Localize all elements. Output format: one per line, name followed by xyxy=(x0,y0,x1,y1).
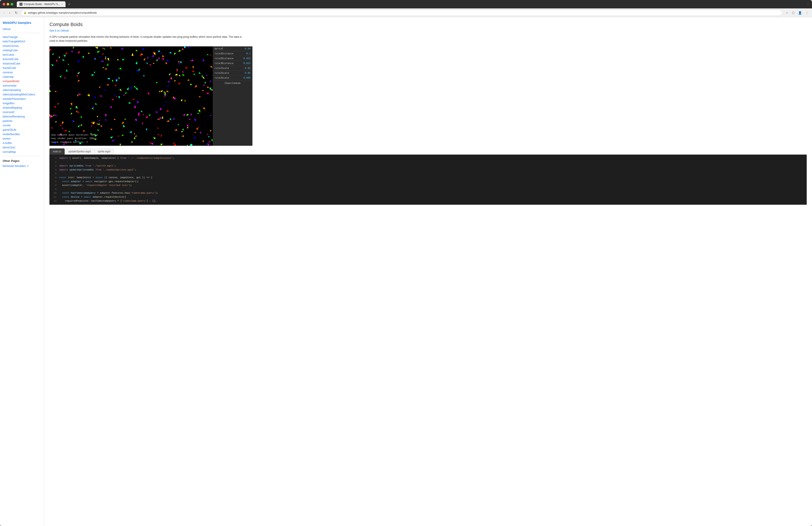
code-text: const init: SampleInit = async ({ canvas… xyxy=(59,176,153,180)
control-label: rule1Scale xyxy=(215,67,229,70)
sidebar-nav-item-normalmap[interactable]: normalMap xyxy=(3,150,41,154)
controls-panel: deltaT0.04rule1Distance0.1rule2Distance0… xyxy=(213,46,252,146)
code-line: 12 requiredFeatures: hasTimestampQuery ?… xyxy=(49,199,807,203)
profile-button[interactable]: 👤 xyxy=(797,10,803,15)
control-value: 0.02 xyxy=(245,67,251,70)
close-controls-button[interactable]: Close Controls xyxy=(213,80,252,86)
code-line: 9 xyxy=(49,187,807,191)
sidebar-nav-item-twocubes[interactable]: twoCubes xyxy=(3,53,41,57)
new-tab-button[interactable]: + xyxy=(67,1,72,7)
sidebar-nav-item-cornell[interactable]: cornell xyxy=(3,123,41,128)
control-row-rule2distance[interactable]: rule2Distance0.025 xyxy=(213,56,252,61)
code-text: import updateSpritesWGSL from './updateS… xyxy=(59,168,136,172)
sidebar-nav-item-videouploading[interactable]: videoUploading xyxy=(3,88,41,92)
sidebar-nav-item-deferredrendering[interactable]: deferredRendering xyxy=(3,114,41,119)
code-editor: 1import { assert, makeSample, SampleInit… xyxy=(49,155,807,205)
code-tab-updateSprites-wgsl[interactable]: updateSprites.wgsl xyxy=(65,148,94,155)
lock-icon: 🔒 xyxy=(24,11,27,14)
sidebar-nav-item-texturedcube[interactable]: texturedCube xyxy=(3,57,41,61)
demo-container: avg compute pass duration: 886µs avg ren… xyxy=(49,46,807,146)
bookmark-button[interactable]: ☆ xyxy=(784,10,790,15)
code-line: 11 const device = await adapter.requestD… xyxy=(49,195,807,199)
tab-close-button[interactable]: × xyxy=(61,3,63,5)
sidebar-nav-item-worker[interactable]: worker xyxy=(3,137,41,141)
browser-content: WebGPU Samples Github helloTrianglehello… xyxy=(0,17,812,526)
sidebar-nav-item-gameoflife[interactable]: gameOfLife xyxy=(3,128,41,132)
control-row-rule3scale[interactable]: rule3Scale0.005 xyxy=(213,75,252,80)
canvas-area: avg compute pass duration: 886µs avg ren… xyxy=(49,46,213,146)
code-tab-sprite-wgsl[interactable]: sprite.wgsl xyxy=(95,148,114,155)
control-row-rule2scale[interactable]: rule2Scale0.05 xyxy=(213,71,252,75)
sidebar-nav-item-computeboids[interactable]: computeBoids xyxy=(3,79,41,84)
main-panel: Compute Boids See it on Github! A GPU co… xyxy=(44,17,812,526)
code-section: main.tsupdateSprites.wgslsprite.wgsl 1im… xyxy=(49,148,807,205)
sidebar-nav-item-hellotrianglemsaa[interactable]: helloTriangleMSAA xyxy=(3,39,41,44)
sidebar-nav-item-reversedz[interactable]: reversedZ xyxy=(3,110,41,114)
sidebar-nav-item-cubemap[interactable]: cubemap xyxy=(3,75,41,79)
sidebar-nav-item-videouploadingwebcodecs[interactable]: videoUploadingWebCodecs xyxy=(3,92,41,97)
sidebar-nav-item-cameras[interactable]: cameras xyxy=(3,70,41,75)
browser-titlebar: Compute Boids - WebGPU S... × + ⋮ xyxy=(0,0,812,9)
sidebar-nav-item-hellotriangle[interactable]: helloTriangle xyxy=(3,35,41,39)
code-tab-main-ts[interactable]: main.ts xyxy=(49,148,64,155)
sidebar-nav-item-renderbundles[interactable]: renderBundles xyxy=(3,132,41,137)
other-pages-item[interactable]: Workload Simulator ↗ xyxy=(3,164,41,168)
code-text: const adapter = await navigator.gpu.requ… xyxy=(59,180,139,184)
code-text: assert(adapter, 'requestAdapter returned… xyxy=(59,184,132,187)
code-text: requiredFeatures: hasTimestampQuery ? ['… xyxy=(59,199,157,203)
control-row-deltat[interactable]: deltaT0.04 xyxy=(213,46,252,51)
control-row-rule1distance[interactable]: rule1Distance0.1 xyxy=(213,51,252,56)
tab-favicon xyxy=(19,3,23,6)
code-line: 5 xyxy=(49,172,807,176)
svg-rect-0 xyxy=(49,46,213,146)
sidebar-nav-item-shadowmapping[interactable]: shadowMapping xyxy=(3,105,41,110)
sidebar-nav-item-a-buffer[interactable]: A-buffer xyxy=(3,141,41,145)
active-tab[interactable]: Compute Boids - WebGPU S... × xyxy=(17,1,66,7)
back-button[interactable]: ‹ xyxy=(2,10,6,16)
line-number: 2 xyxy=(51,160,57,164)
browser-toolbar: ‹ › ↻ 🔒 webgpu.github.io/webgpu-samples/… xyxy=(0,9,812,17)
tab-title: Compute Boids - WebGPU S... xyxy=(24,3,60,6)
code-line: 3import spriteWGSL from './sprite.wgsl'; xyxy=(49,164,807,168)
minimize-window-button[interactable] xyxy=(6,3,9,5)
nav-items-container: helloTrianglehelloTriangleMSAAresizeCanv… xyxy=(3,35,41,154)
code-line: 10 const hasTimestampQuery = adapter.fea… xyxy=(49,191,807,195)
reload-button[interactable]: ↻ xyxy=(13,10,19,16)
code-text: import spriteWGSL from './sprite.wgsl'; xyxy=(59,164,116,168)
control-value: 0.04 xyxy=(245,47,251,50)
sidebar-nav-item-instancedcube[interactable]: instancedCube xyxy=(3,61,41,66)
sidebar-nav-item-imageblur[interactable]: imageBlur xyxy=(3,101,41,105)
see-on-github-link[interactable]: See it on Github! xyxy=(49,29,807,32)
line-number: 8 xyxy=(51,184,57,187)
control-row-rule1scale[interactable]: rule1Scale0.02 xyxy=(213,66,252,71)
sidebar-nav-item-animometer[interactable]: animometer xyxy=(3,84,41,88)
control-value: 0.005 xyxy=(243,76,251,79)
line-number: 11 xyxy=(51,195,57,199)
close-window-button[interactable] xyxy=(3,3,5,5)
address-bar[interactable]: 🔒 webgpu.github.io/webgpu-samples/sample… xyxy=(21,10,782,16)
menu-button[interactable]: ⋮ xyxy=(804,10,810,15)
line-number: 3 xyxy=(51,164,57,168)
code-tabs: main.tsupdateSprites.wgslsprite.wgsl xyxy=(49,148,807,155)
sidebar-nav-item-resizecanvas[interactable]: resizeCanvas xyxy=(3,44,41,48)
control-value: 0.1 xyxy=(246,52,251,55)
sidebar-nav-item-fractalcube[interactable]: fractalCube xyxy=(3,66,41,70)
sidebar-title[interactable]: WebGPU Samples xyxy=(3,21,41,25)
maximize-window-button[interactable] xyxy=(11,3,13,5)
sidebar-nav-item-particles[interactable]: particles xyxy=(3,119,41,123)
toolbar-actions: ☆ ⬡ 👤 ⋮ xyxy=(784,10,810,15)
control-row-rule3distance[interactable]: rule3Distance0.025 xyxy=(213,61,252,66)
github-link[interactable]: Github xyxy=(3,27,41,31)
sidebar-nav-item-bitonicsort[interactable]: bitonicSort xyxy=(3,145,41,150)
control-label: rule2Distance xyxy=(215,57,233,60)
other-pages-title: Other Pages xyxy=(3,159,41,162)
sidebar-divider xyxy=(3,33,41,33)
extensions-button[interactable]: ⬡ xyxy=(791,10,796,15)
sidebar: WebGPU Samples Github helloTrianglehello… xyxy=(0,17,44,526)
forward-button[interactable]: › xyxy=(8,10,12,16)
other-pages-container: Workload Simulator ↗ xyxy=(3,164,41,168)
sidebar-nav-item-samplerparameters[interactable]: samplerParameters xyxy=(3,97,41,101)
sidebar-nav-item-rotatingcube[interactable]: rotatingCube xyxy=(3,48,41,53)
code-line: 4import updateSpritesWGSL from './update… xyxy=(49,168,807,172)
code-line: 1import { assert, makeSample, SampleInit… xyxy=(49,156,807,160)
